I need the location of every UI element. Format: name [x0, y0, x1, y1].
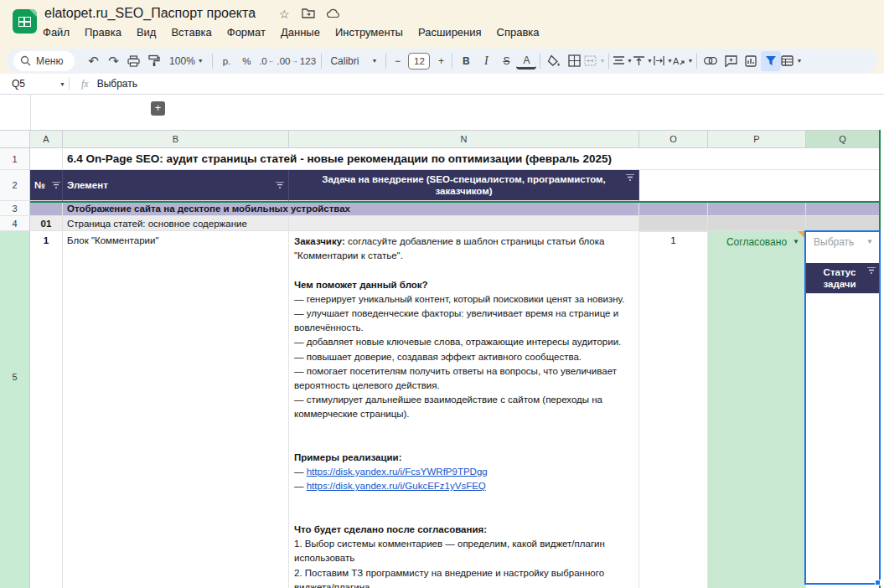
cell-a1[interactable]: [30, 148, 63, 170]
subsection-number[interactable]: 01: [30, 216, 63, 231]
column-header-a[interactable]: A: [30, 130, 63, 148]
section-row[interactable]: Отображение сайта на десктопе и мобильны…: [63, 201, 639, 216]
menu-data[interactable]: Данные: [281, 26, 320, 39]
star-icon[interactable]: ☆: [279, 8, 290, 21]
insert-comment-button[interactable]: [721, 51, 741, 71]
column-header-p[interactable]: P: [708, 130, 806, 148]
cell-q4[interactable]: [806, 216, 880, 231]
filter-range-border: [30, 201, 880, 203]
sheets-logo-icon[interactable]: [13, 9, 37, 34]
menu-format[interactable]: Формат: [227, 26, 266, 39]
document-title[interactable]: elatopet.ru_SEO_Паспорт проекта: [44, 6, 256, 21]
filter-range-border: [879, 130, 881, 588]
insert-link-button[interactable]: [700, 51, 721, 71]
horizontal-align-button[interactable]: ▼: [613, 51, 633, 71]
status-cell[interactable]: Выбрать ▼: [806, 231, 880, 588]
cell-p3[interactable]: [708, 201, 806, 216]
menu-help[interactable]: Справка: [497, 26, 540, 39]
menu-extensions[interactable]: Расширения: [418, 26, 482, 39]
paint-format-button[interactable]: [143, 51, 163, 71]
cell-q3[interactable]: [806, 201, 880, 216]
filter-button[interactable]: [761, 51, 781, 71]
percent-format-button[interactable]: %: [236, 51, 256, 71]
cell-o3[interactable]: [639, 201, 708, 216]
insert-chart-button[interactable]: [741, 51, 761, 71]
text-rotation-button[interactable]: A▼: [673, 51, 693, 71]
fill-handle[interactable]: [875, 580, 881, 585]
dropdown-arrow-icon[interactable]: ▼: [866, 238, 873, 245]
toolbar: Меню ↶ ↷ 100%▼ р. % .0← .00→ 123 Calibri…: [7, 49, 877, 73]
print-button[interactable]: [123, 51, 143, 71]
increase-font-size-button[interactable]: +: [433, 51, 448, 71]
header-number[interactable]: №: [30, 170, 63, 201]
currency-format-button[interactable]: р.: [216, 51, 236, 71]
undo-button[interactable]: ↶: [83, 51, 103, 71]
increase-decimal-button[interactable]: .00→: [277, 51, 297, 71]
filter-views-button[interactable]: ▼: [781, 51, 802, 71]
text-color-button[interactable]: A: [516, 54, 536, 70]
filter-funnel-icon[interactable]: [52, 182, 60, 189]
menu-bar: Файл Правка Вид Вставка Формат Данные Ин…: [43, 26, 540, 39]
italic-button[interactable]: I: [476, 51, 496, 71]
cell-b1-project-title[interactable]: 6.4 On-Page SEO: аудит страницы статей -…: [63, 148, 880, 170]
yandex-disk-link[interactable]: https://disk.yandex.ru/i/GukcEFz1yVsFEQ: [307, 481, 486, 491]
cell-o4[interactable]: [639, 216, 708, 231]
task-element-cell[interactable]: Блок "Комментарии": [63, 231, 289, 588]
cell-reference: Q5: [12, 78, 25, 90]
font-size-input[interactable]: 12: [408, 53, 430, 70]
menu-insert[interactable]: Вставка: [171, 26, 211, 39]
decrease-decimal-button[interactable]: .0←: [256, 51, 277, 71]
formula-input[interactable]: Выбрать: [97, 78, 137, 90]
more-formats-button[interactable]: 123: [297, 51, 318, 71]
decrease-font-size-button[interactable]: −: [390, 51, 405, 71]
agreed-value: Согласовано: [726, 236, 787, 248]
task-description-cell[interactable]: Заказчику: согласуйте добавление в шабло…: [289, 231, 639, 588]
menu-view[interactable]: Вид: [137, 26, 157, 39]
filter-funnel-icon[interactable]: [626, 174, 634, 182]
expand-column-group-button[interactable]: +: [151, 101, 165, 116]
merge-cells-button[interactable]: ▼: [584, 51, 605, 71]
strikethrough-button[interactable]: S: [496, 51, 516, 71]
redo-button[interactable]: ↷: [103, 51, 123, 71]
column-header-n[interactable]: N: [289, 130, 639, 148]
header-task[interactable]: Задача на внедрение (SEO-специалистом, п…: [289, 170, 639, 201]
header-element[interactable]: Элемент: [63, 170, 289, 201]
toolbar-search[interactable]: Меню: [13, 51, 75, 71]
menu-edit[interactable]: Правка: [85, 26, 121, 39]
note-marker: [798, 231, 805, 239]
zoom-select[interactable]: 100%▼: [163, 51, 209, 71]
subsection-label[interactable]: Страница статей: основное содержание: [63, 216, 289, 231]
bold-button[interactable]: B: [456, 51, 476, 71]
text-wrap-button[interactable]: ▼: [653, 51, 673, 71]
cell-a3[interactable]: [30, 201, 63, 216]
title-bar: elatopet.ru_SEO_Паспорт проекта ☆ Файл П…: [0, 0, 884, 47]
priority-cell[interactable]: 1: [639, 231, 708, 588]
agreed-cell[interactable]: Согласовано ▼: [708, 231, 806, 588]
font-select[interactable]: Calibri▼: [325, 51, 382, 71]
menu-file[interactable]: Файл: [43, 26, 70, 39]
row-header-1[interactable]: 1: [0, 148, 30, 170]
fill-color-button[interactable]: [544, 51, 564, 71]
name-box[interactable]: Q5 ▼: [0, 78, 65, 90]
column-header-b[interactable]: B: [63, 130, 289, 148]
vertical-align-button[interactable]: ▼: [633, 51, 653, 71]
move-folder-icon[interactable]: [302, 8, 315, 21]
row-header-4[interactable]: 4: [0, 216, 30, 231]
cell-n4[interactable]: [289, 216, 639, 231]
dropdown-arrow-icon[interactable]: ▼: [793, 238, 799, 245]
row-header-5[interactable]: 5: [0, 231, 30, 588]
task-number-cell[interactable]: 1: [30, 231, 63, 588]
search-icon: [20, 55, 31, 66]
column-header-q[interactable]: Q: [806, 130, 880, 148]
column-header-o[interactable]: O: [639, 130, 708, 148]
cell-p4[interactable]: [708, 216, 806, 231]
row-header-2[interactable]: 2: [0, 170, 30, 201]
filter-funnel-icon[interactable]: [276, 182, 284, 189]
status-placeholder: Выбрать: [814, 236, 854, 248]
select-all-corner[interactable]: [0, 130, 30, 148]
cloud-status-icon[interactable]: [327, 8, 341, 21]
yandex-disk-link[interactable]: https://disk.yandex.ru/i/FcsYWRfP9TPDgg: [307, 467, 488, 477]
borders-button[interactable]: [564, 51, 584, 71]
row-header-3[interactable]: 3: [0, 201, 30, 216]
menu-tools[interactable]: Инструменты: [335, 26, 403, 39]
